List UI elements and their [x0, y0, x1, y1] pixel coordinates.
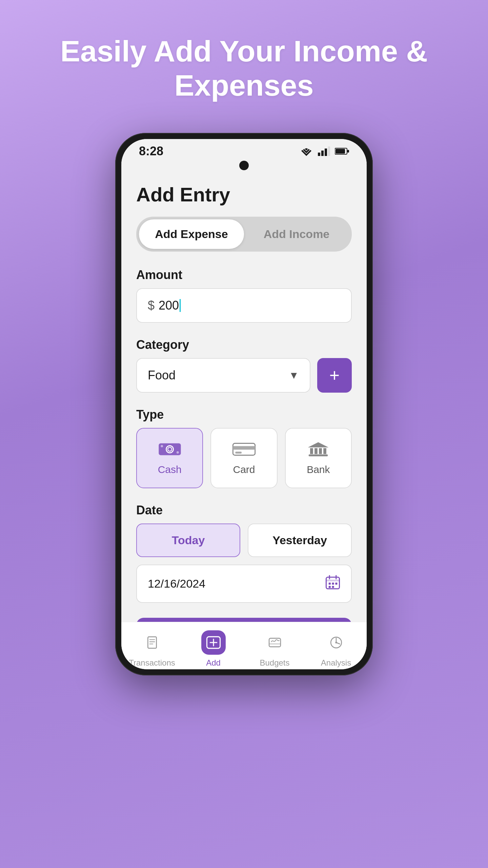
svg-rect-23	[309, 455, 328, 456]
cash-label: Cash	[158, 464, 182, 475]
phone-device: 8:28	[115, 133, 373, 675]
cash-icon	[158, 441, 182, 458]
dropdown-arrow-icon: ▼	[289, 370, 299, 381]
category-label: Category	[136, 338, 352, 352]
amount-label: Amount	[136, 268, 352, 282]
nav-add-icon-wrap	[201, 630, 226, 655]
svg-marker-18	[308, 442, 329, 448]
date-toggle: Today Yesterday	[136, 524, 352, 557]
date-today-button[interactable]: Today	[136, 524, 240, 557]
type-cash[interactable]: Cash	[136, 428, 203, 488]
text-cursor	[180, 299, 181, 312]
type-bank[interactable]: Bank	[285, 428, 352, 488]
svg-rect-28	[329, 583, 331, 585]
analysis-icon	[330, 636, 343, 649]
battery-icon	[335, 147, 349, 155]
nav-budgets-label: Budgets	[260, 658, 289, 668]
svg-rect-21	[319, 448, 322, 454]
tab-toggle[interactable]: Add Expense Add Income	[136, 217, 352, 252]
svg-rect-4	[321, 151, 324, 156]
card-icon	[232, 441, 256, 458]
svg-rect-29	[332, 583, 334, 585]
bank-icon	[306, 441, 330, 458]
plus-icon: +	[329, 367, 340, 384]
svg-rect-31	[329, 586, 331, 588]
amount-value: 200	[159, 298, 179, 313]
svg-rect-19	[310, 448, 313, 454]
svg-rect-6	[328, 146, 330, 156]
tab-expense[interactable]: Add Expense	[139, 219, 244, 249]
svg-rect-33	[148, 637, 156, 648]
camera-notch	[239, 161, 249, 170]
bank-label: Bank	[307, 464, 330, 475]
category-row: Food ▼ +	[136, 358, 352, 393]
hero-title: Easily Add Your Income & Expenses	[0, 34, 488, 102]
date-input[interactable]: 12/16/2024	[136, 565, 352, 603]
hero-section: Easily Add Your Income & Expenses	[0, 0, 488, 102]
amount-prefix: $	[148, 298, 155, 313]
svg-rect-17	[235, 452, 242, 454]
card-label: Card	[233, 464, 255, 475]
phone-screen: 8:28	[121, 139, 367, 669]
svg-rect-22	[324, 448, 327, 454]
signal-icon	[318, 146, 330, 156]
nav-transactions-label: Transactions	[129, 658, 175, 668]
tab-income[interactable]: Add Income	[244, 219, 349, 249]
svg-rect-25	[326, 580, 339, 581]
nav-budgets-icon-wrap	[263, 630, 287, 655]
status-icons	[300, 146, 349, 156]
app-content: Add Entry Add Expense Add Income Amount …	[121, 173, 367, 622]
add-button[interactable]: Add	[136, 618, 352, 622]
svg-rect-8	[336, 149, 345, 154]
type-card[interactable]: Card	[210, 428, 277, 488]
svg-point-14	[176, 451, 179, 454]
nav-transactions-icon-wrap	[140, 630, 164, 655]
date-yesterday-button[interactable]: Yesterday	[248, 524, 352, 557]
transactions-icon	[146, 636, 159, 649]
svg-rect-9	[347, 150, 349, 153]
notch-area	[121, 161, 367, 170]
svg-point-13	[161, 445, 163, 448]
svg-rect-5	[325, 149, 327, 156]
svg-rect-32	[332, 586, 334, 588]
svg-point-45	[335, 642, 337, 644]
svg-rect-40	[269, 638, 281, 647]
page-title: Add Entry	[136, 183, 352, 206]
svg-rect-20	[314, 448, 318, 454]
wifi-icon	[300, 146, 313, 156]
category-selected-value: Food	[148, 368, 176, 382]
nav-analysis[interactable]: Analysis	[305, 630, 367, 668]
add-category-button[interactable]: +	[317, 358, 352, 393]
svg-rect-30	[335, 583, 337, 585]
nav-analysis-label: Analysis	[321, 658, 351, 668]
amount-input[interactable]: $ 200	[136, 288, 352, 323]
bottom-nav: Transactions Add	[121, 622, 367, 669]
nav-budgets[interactable]: Budgets	[244, 630, 305, 668]
svg-rect-3	[318, 153, 320, 156]
budgets-icon	[268, 636, 281, 649]
add-icon	[206, 635, 221, 650]
type-selector: Cash Card	[136, 428, 352, 488]
status-time: 8:28	[139, 144, 163, 158]
nav-add[interactable]: Add	[183, 630, 244, 668]
category-dropdown[interactable]: Food ▼	[136, 358, 310, 393]
date-label: Date	[136, 503, 352, 517]
svg-rect-16	[233, 446, 255, 450]
nav-analysis-icon-wrap	[324, 630, 348, 655]
nav-add-label: Add	[206, 658, 221, 668]
nav-transactions[interactable]: Transactions	[121, 630, 183, 668]
type-label: Type	[136, 408, 352, 422]
date-value: 12/16/2024	[148, 577, 205, 590]
status-bar: 8:28	[121, 139, 367, 163]
calendar-icon	[325, 575, 340, 593]
